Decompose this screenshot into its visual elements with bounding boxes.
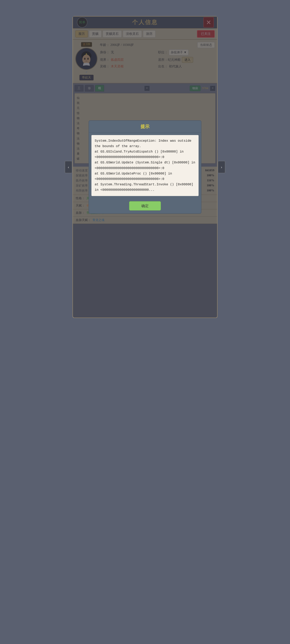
main-container: 简单 个人信息 履历 赏赐 赏赐灵石 没收灵石 游历 已关注 资 [73,16,217,318]
nav-left-arrow[interactable]: ‹ [65,161,72,173]
error-dialog: 提示 System.IndexOutOfRangeException: Inde… [89,120,201,214]
dialog-footer: 确定 [89,198,201,213]
error-message: System.IndexOutOfRangeException: Index w… [95,138,195,193]
dialog-overlay: 提示 System.IndexOutOfRangeException: Inde… [73,16,217,318]
dialog-title: 提示 [89,121,201,132]
nav-right-arrow[interactable]: › [218,161,225,173]
personal-info-panel: 简单 个人信息 履历 赏赐 赏赐灵石 没收灵石 游历 已关注 资 [73,16,217,318]
dialog-content: System.IndexOutOfRangeException: Index w… [91,135,199,196]
confirm-button[interactable]: 确定 [129,201,161,210]
